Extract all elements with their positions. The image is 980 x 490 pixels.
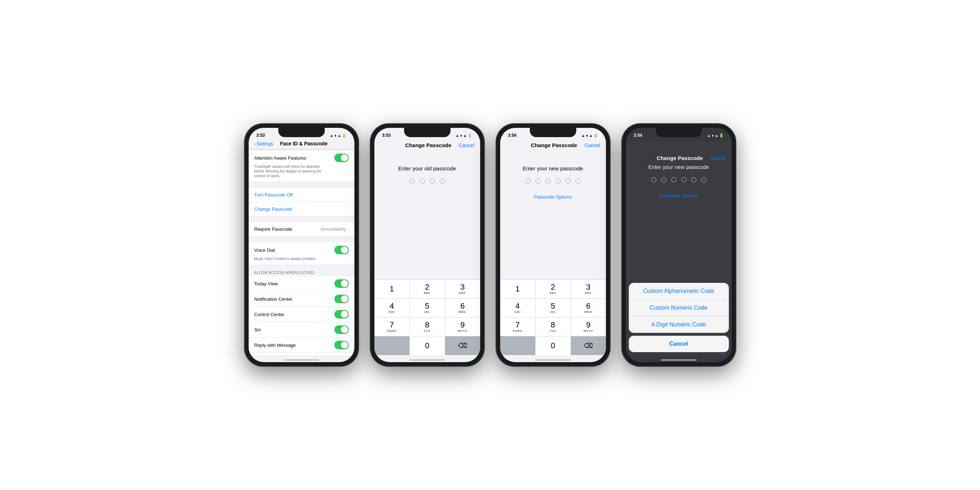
passcode-nav-title-3: Change Passcode bbox=[531, 142, 577, 148]
home-indicator-4 bbox=[626, 355, 732, 362]
voice-dial-sublabel: Music Voice Control is always enabled. bbox=[255, 256, 316, 261]
today-view-toggle[interactable] bbox=[334, 279, 349, 288]
dot-2-3 bbox=[430, 178, 435, 184]
settings-row-voice-dial[interactable]: Voice Dial Music Voice Control is always… bbox=[249, 242, 355, 265]
numpad-3: 1 2ABC 3DEF 4GHI 5JKL 6MNO 7PQRS 8TUV 9W… bbox=[500, 279, 606, 355]
key-3-5[interactable]: 5JKL bbox=[536, 299, 571, 317]
dot-4-3 bbox=[671, 177, 676, 182]
locked-section-header: ALLOW ACCESS WHEN LOCKED: bbox=[249, 268, 355, 276]
settings-row-turn-passcode-off[interactable]: Turn Passcode Off bbox=[249, 188, 355, 202]
settings-screen: ‹ Settings Face ID & Passcode Attention … bbox=[249, 141, 355, 355]
settings-row-change-passcode[interactable]: Change Passcode bbox=[249, 202, 355, 216]
reply-message-toggle[interactable] bbox=[334, 341, 349, 349]
attention-sublabel: TrueDepth camera will check for attentio… bbox=[255, 164, 326, 178]
key-2-9[interactable]: 9WXYZ bbox=[445, 318, 480, 336]
action-sheet-item-1[interactable]: Custom Numeric Code bbox=[629, 300, 729, 317]
notification-center-toggle[interactable] bbox=[334, 294, 349, 303]
control-center-label: Control Center bbox=[255, 312, 285, 317]
action-sheet-cancel[interactable]: Cancel bbox=[629, 336, 729, 352]
key-3-9[interactable]: 9WXYZ bbox=[571, 318, 606, 336]
passcode-prompt-4: Enter your new passcode bbox=[648, 164, 709, 170]
action-sheet-4: Custom Alphanumeric Code Custom Numeric … bbox=[626, 280, 732, 355]
key-2-2[interactable]: 2ABC bbox=[410, 280, 445, 298]
key-3-delete[interactable]: ⌫ bbox=[571, 336, 606, 355]
key-3-4[interactable]: 4GHI bbox=[500, 299, 535, 317]
settings-nav-bar: ‹ Settings Face ID & Passcode bbox=[249, 141, 355, 150]
passcode-nav-title-2: Change Passcode bbox=[405, 142, 451, 148]
settings-row-today-view[interactable]: Today View bbox=[249, 276, 355, 291]
passcode-top-4: Change Passcode Cancel Enter your new pa… bbox=[626, 141, 732, 280]
key-3-3[interactable]: 3DEF bbox=[571, 280, 606, 298]
home-bar-2 bbox=[409, 359, 445, 361]
require-passcode-value: Immediately › bbox=[320, 226, 348, 232]
key-3-0[interactable]: 0 bbox=[536, 336, 571, 355]
key-3-2[interactable]: 2ABC bbox=[536, 280, 571, 298]
key-2-4[interactable]: 4GHI bbox=[374, 299, 409, 317]
settings-row-notification-center[interactable]: Notification Center bbox=[249, 291, 355, 307]
key-2-7[interactable]: 7PQRS bbox=[374, 318, 409, 336]
voice-dial-label: Voice Dial bbox=[255, 248, 275, 253]
control-center-toggle[interactable] bbox=[334, 310, 349, 318]
dot-4-4 bbox=[681, 177, 686, 182]
change-passcode-link[interactable]: Change Passcode bbox=[255, 207, 292, 212]
time-3: 3:54 bbox=[508, 133, 517, 138]
settings-row-attention[interactable]: Attention Aware Features TrueDepth camer… bbox=[249, 150, 355, 182]
key-2-0[interactable]: 0 bbox=[410, 336, 445, 355]
require-passcode-label: Require Passcode bbox=[255, 226, 292, 232]
iphone-4-screen: 3:54 ▲ ● ▲ 🔋 Change Passcode Cancel Ente… bbox=[626, 128, 732, 362]
key-3-6[interactable]: 6MNO bbox=[571, 299, 606, 317]
signal-icons-3: ▲ ● ▲ 🔋 bbox=[581, 134, 598, 137]
home-bar-3 bbox=[535, 359, 571, 361]
key-2-empty-l bbox=[374, 336, 409, 355]
passcode-nav-title-4: Change Passcode bbox=[657, 155, 703, 161]
settings-list: Attention Aware Features TrueDepth camer… bbox=[249, 150, 355, 355]
key-2-5[interactable]: 5JKL bbox=[410, 299, 445, 317]
dot-3-2 bbox=[536, 178, 541, 184]
voice-dial-toggle[interactable] bbox=[334, 246, 349, 254]
passcode-options-link-4[interactable]: Passcode Options bbox=[660, 193, 698, 198]
action-sheet-item-0[interactable]: Custom Alphanumeric Code bbox=[629, 283, 729, 300]
passcode-screen-4: Change Passcode Cancel Enter your new pa… bbox=[626, 141, 732, 355]
dot-3-1 bbox=[525, 178, 531, 184]
passcode-nav-2: Change Passcode Cancel bbox=[374, 141, 480, 151]
attention-label: Attention Aware Features bbox=[255, 155, 307, 161]
passcode-cancel-3[interactable]: Cancel bbox=[584, 143, 600, 148]
passcode-nav-4: Change Passcode Cancel bbox=[626, 155, 732, 164]
spacer-3 bbox=[249, 236, 355, 242]
passcode-dots-2 bbox=[410, 178, 445, 184]
settings-row-reply-message[interactable]: Reply with Message bbox=[249, 337, 355, 353]
key-2-1[interactable]: 1 bbox=[374, 280, 409, 298]
settings-row-require-passcode[interactable]: Require Passcode Immediately › bbox=[249, 222, 355, 236]
key-2-8[interactable]: 8TUV bbox=[410, 318, 445, 336]
key-3-8[interactable]: 8TUV bbox=[536, 318, 571, 336]
key-2-3[interactable]: 3DEF bbox=[445, 280, 480, 298]
key-2-6[interactable]: 6MNO bbox=[445, 299, 480, 317]
dot-2-2 bbox=[420, 178, 425, 184]
time-2: 3:53 bbox=[382, 133, 391, 138]
passcode-screen-3: Change Passcode Cancel Enter your new pa… bbox=[500, 141, 606, 355]
dot-2-1 bbox=[410, 178, 415, 184]
home-bar-4 bbox=[661, 359, 697, 361]
settings-row-control-center[interactable]: Control Center bbox=[249, 307, 355, 322]
passcode-options-link-3[interactable]: Passcode Options bbox=[534, 194, 572, 200]
passcode-screen-2: Change Passcode Cancel Enter your old pa… bbox=[374, 141, 480, 355]
notification-center-label: Notification Center bbox=[255, 296, 293, 302]
iphone-2: 3:53 ▲ ● ▲ 🔋 Change Passcode Cancel Ente… bbox=[370, 124, 484, 366]
action-sheet-item-2[interactable]: 4-Digit Numeric Code bbox=[629, 317, 729, 333]
home-indicator-1 bbox=[249, 355, 355, 362]
spacer-4 bbox=[249, 265, 355, 268]
attention-toggle[interactable] bbox=[334, 154, 349, 162]
settings-row-siri[interactable]: Siri bbox=[249, 322, 355, 337]
passcode-cancel-4[interactable]: Cancel bbox=[710, 155, 726, 161]
dot-4-2 bbox=[661, 177, 666, 182]
siri-toggle[interactable] bbox=[334, 325, 349, 334]
turn-passcode-off-link[interactable]: Turn Passcode Off bbox=[255, 192, 293, 197]
dot-3-5 bbox=[566, 178, 571, 184]
key-3-7[interactable]: 7PQRS bbox=[500, 318, 535, 336]
notch-3 bbox=[530, 128, 576, 137]
today-view-label: Today View bbox=[255, 281, 278, 286]
key-3-1[interactable]: 1 bbox=[500, 280, 535, 298]
key-2-delete[interactable]: ⌫ bbox=[445, 336, 480, 355]
passcode-prompt-3: Enter your new passcode bbox=[523, 165, 583, 172]
passcode-cancel-2[interactable]: Cancel bbox=[459, 143, 474, 148]
